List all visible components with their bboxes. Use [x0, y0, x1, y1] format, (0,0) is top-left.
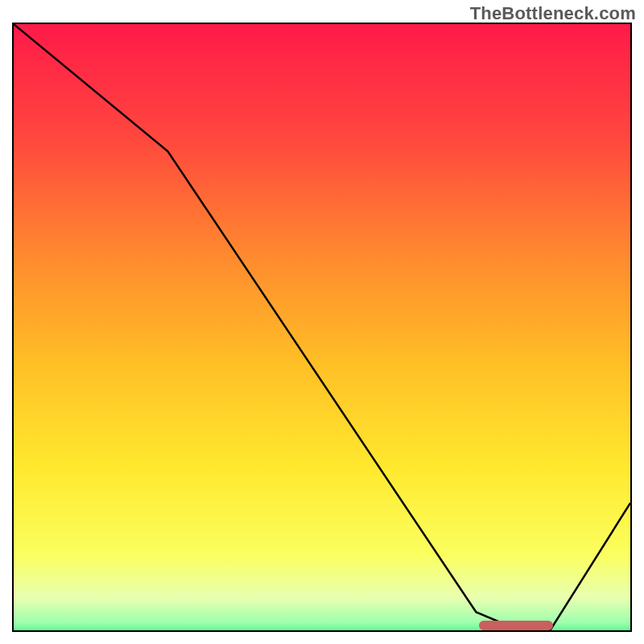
- watermark-text: TheBottleneck.com: [470, 3, 636, 24]
- chart-container: TheBottleneck.com: [0, 0, 644, 644]
- plot-area: [12, 23, 632, 632]
- bottleneck-curve: [14, 24, 630, 630]
- optimal-range-marker: [479, 621, 553, 630]
